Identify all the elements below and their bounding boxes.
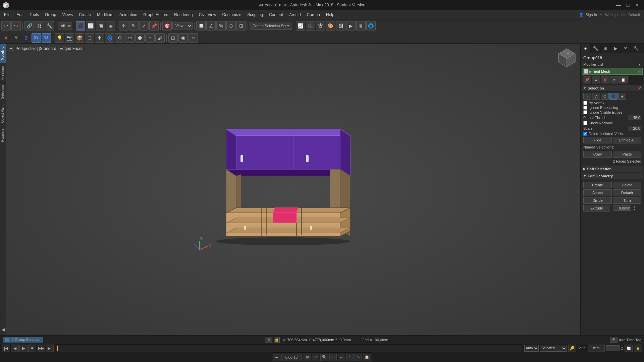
menu-edit[interactable]: Edit bbox=[14, 11, 26, 18]
frame-input[interactable]: 0 bbox=[606, 345, 620, 351]
paint-sel-btn[interactable]: 🖌 bbox=[155, 33, 165, 43]
add-time-tag-icon[interactable]: ⏱ bbox=[610, 337, 618, 343]
modifier-visibility-icon[interactable] bbox=[584, 69, 588, 74]
extrude-val-input[interactable] bbox=[613, 205, 631, 211]
menu-modifiers[interactable]: Modifiers bbox=[94, 11, 116, 18]
sidebar-tab-freeform[interactable]: Freeform bbox=[0, 63, 6, 82]
menu-content[interactable]: Content bbox=[266, 11, 286, 18]
next-frame-btn[interactable]: ▶▶ bbox=[37, 345, 45, 352]
viewport-nav-btn2[interactable]: ↔ bbox=[338, 354, 345, 361]
rotate-btn[interactable]: ↻ bbox=[129, 21, 139, 31]
link-btn[interactable]: 🔗 bbox=[24, 21, 34, 31]
modifier-expand-icon[interactable]: ▶ bbox=[589, 70, 593, 73]
viewport[interactable]: [+] [Perspective] [Standard] [Edged Face… bbox=[6, 44, 580, 335]
system-btn[interactable]: ⚙ bbox=[115, 33, 124, 43]
snap-edge-btn[interactable]: ━ bbox=[189, 33, 198, 43]
select-lasso-btn[interactable]: ◈ bbox=[106, 21, 115, 31]
menu-civil-view[interactable]: Civil View bbox=[196, 11, 219, 18]
geom-btn[interactable]: 📦 bbox=[75, 33, 84, 43]
view-select[interactable]: View bbox=[172, 22, 193, 29]
redo-btn[interactable]: ↪ bbox=[11, 21, 21, 31]
planar-thresh-input[interactable] bbox=[628, 115, 641, 120]
menu-views[interactable]: Views bbox=[59, 11, 75, 18]
menu-group[interactable]: Group bbox=[42, 11, 59, 18]
rp-tab-create[interactable]: + bbox=[581, 44, 591, 53]
go-end-btn[interactable]: ▶| bbox=[46, 345, 54, 352]
menu-help[interactable]: Help bbox=[323, 11, 337, 18]
snap-vertex-btn[interactable]: ◉ bbox=[178, 33, 188, 43]
stop-btn[interactable]: ■ bbox=[28, 345, 36, 352]
create-sel-dropdown[interactable]: ▾ bbox=[287, 23, 289, 28]
rp-tab-motion[interactable]: ▶ bbox=[611, 44, 621, 53]
viewport-zoom-btn[interactable]: 🔍 bbox=[320, 354, 328, 361]
go-start-btn[interactable]: |◀ bbox=[2, 345, 10, 352]
vertex-mode-btn[interactable]: · bbox=[583, 93, 591, 100]
delete-modifier-btn[interactable]: 🗑 bbox=[601, 76, 609, 83]
create-selection-set-btn[interactable]: Create Selection Set ▾ bbox=[250, 22, 292, 30]
modifier-entry-edit-mesh[interactable]: ▶ Edit Mesh bbox=[582, 68, 643, 75]
by-vertex-checkbox[interactable] bbox=[583, 101, 587, 105]
select-region-btn[interactable]: ⬜ bbox=[86, 21, 95, 31]
y-axis-btn[interactable]: Y bbox=[11, 33, 21, 43]
lock-btn[interactable]: 🔒 bbox=[274, 337, 280, 343]
select-window-btn[interactable]: ▣ bbox=[96, 21, 105, 31]
hide-btn[interactable]: Hide bbox=[583, 137, 612, 143]
timeline-track[interactable] bbox=[56, 344, 522, 352]
yz-axis-btn[interactable]: YZ bbox=[42, 33, 51, 43]
light-btn[interactable]: 💡 bbox=[55, 33, 64, 43]
render-frame-btn[interactable]: 🖥 bbox=[356, 21, 366, 31]
snap-to-grid-btn[interactable]: ⊞ bbox=[168, 33, 178, 43]
selection-section-title[interactable]: ▼ Selection 📌 bbox=[582, 85, 643, 92]
minimize-btn[interactable]: — bbox=[614, 2, 623, 8]
select-btn[interactable]: ⬛ bbox=[76, 21, 85, 31]
show-normals-checkbox[interactable] bbox=[583, 121, 587, 125]
pin-stack-btn[interactable]: 📌 bbox=[583, 76, 591, 83]
menu-animation[interactable]: Animation bbox=[117, 11, 140, 18]
unlink-btn[interactable]: ⛓ bbox=[35, 21, 44, 31]
viewport-nav-btn4[interactable]: ⤡ bbox=[355, 354, 362, 361]
key-filters-btn[interactable]: Filters... bbox=[588, 345, 605, 352]
timeline-playback-btn[interactable]: ⏮ bbox=[273, 354, 280, 361]
mini-curve-btn[interactable]: 📈 bbox=[625, 345, 633, 352]
x-axis-btn[interactable]: X bbox=[1, 33, 11, 43]
extrude-btn[interactable]: Extrude bbox=[583, 205, 610, 212]
ref-coord-btn[interactable]: 🎯 bbox=[162, 21, 172, 31]
place-btn[interactable]: 📌 bbox=[149, 21, 159, 31]
sidebar-tab-populate[interactable]: Populate bbox=[0, 126, 6, 144]
ignore-backfacing-checkbox[interactable] bbox=[583, 106, 587, 110]
menu-rendering[interactable]: Rendering bbox=[171, 11, 195, 18]
move-btn[interactable]: ✛ bbox=[119, 21, 128, 31]
sidebar-tab-expand[interactable]: ▶ bbox=[0, 325, 6, 335]
scale-btn[interactable]: ⤢ bbox=[139, 21, 149, 31]
bind-btn[interactable]: 🔧 bbox=[45, 21, 54, 31]
xy-axis-btn[interactable]: XY bbox=[32, 33, 41, 43]
angle-snap-btn[interactable]: ∠ bbox=[206, 21, 216, 31]
unhide-all-btn[interactable]: Unhide All bbox=[613, 137, 641, 143]
edge-mode-btn[interactable]: ╱ bbox=[592, 93, 600, 100]
undo-btn[interactable]: ↩ bbox=[1, 21, 11, 31]
viewport-layout-btn[interactable]: ⊞ bbox=[304, 354, 311, 361]
polygon-mode-btn[interactable]: ⬛ bbox=[609, 93, 618, 100]
rp-tab-modify[interactable]: 🔧 bbox=[591, 44, 601, 53]
menu-corona[interactable]: Corona bbox=[304, 11, 323, 18]
ignore-visible-edges-checkbox[interactable] bbox=[583, 110, 587, 114]
configure-modifiers-btn[interactable]: ⚙ bbox=[592, 76, 600, 83]
shapes-btn[interactable]: ⬡ bbox=[85, 33, 94, 43]
delete-isolated-checkbox[interactable] bbox=[583, 132, 587, 136]
menu-tools[interactable]: Tools bbox=[27, 11, 42, 18]
snap-btn[interactable]: 🔲 bbox=[196, 21, 206, 31]
material-editor-btn[interactable]: 🎨 bbox=[326, 21, 335, 31]
play-btn[interactable]: ▶ bbox=[19, 345, 28, 352]
soft-selection-title[interactable]: ▶ Soft Selection bbox=[582, 166, 643, 172]
curve-editor-btn[interactable]: 📈 bbox=[296, 21, 305, 31]
sidebar-tab-selection[interactable]: Selection bbox=[0, 82, 6, 102]
camera-btn[interactable]: 📷 bbox=[65, 33, 74, 43]
viewport-nav-btn1[interactable]: ⤢ bbox=[329, 354, 337, 361]
detach-btn[interactable]: Detach bbox=[613, 189, 641, 196]
paste-btn[interactable]: Paste bbox=[613, 151, 641, 158]
menu-arnold[interactable]: Arnold bbox=[286, 11, 304, 18]
rp-tab-utilities[interactable]: 🔨 bbox=[631, 44, 641, 53]
turn-btn[interactable]: Turn bbox=[613, 197, 641, 204]
sidebar-tab-modeling[interactable]: Modeling bbox=[0, 44, 6, 63]
viewcube[interactable]: TOP bbox=[557, 47, 577, 67]
